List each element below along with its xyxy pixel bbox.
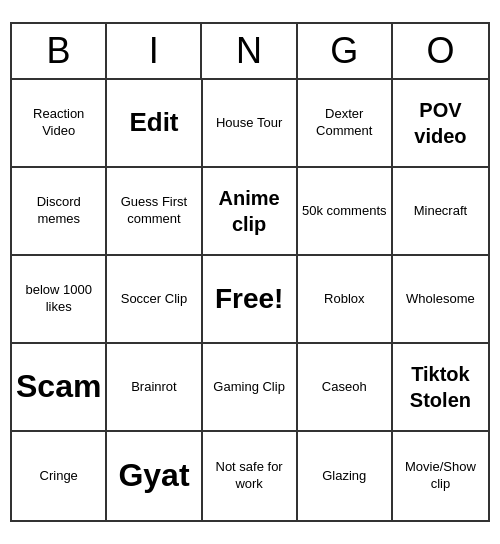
bingo-cell-24: Movie/Show clip (393, 432, 488, 520)
bingo-cell-2: House Tour (203, 80, 298, 168)
bingo-cell-0: Reaction Video (12, 80, 107, 168)
bingo-card: BINGO Reaction VideoEditHouse TourDexter… (10, 22, 490, 522)
bingo-letter-o: O (393, 24, 488, 78)
bingo-cell-13: Roblox (298, 256, 393, 344)
bingo-cell-5: Discord memes (12, 168, 107, 256)
bingo-cell-6: Guess First comment (107, 168, 202, 256)
bingo-cell-11: Soccer Clip (107, 256, 202, 344)
bingo-letter-b: B (12, 24, 107, 78)
bingo-cell-12: Free! (203, 256, 298, 344)
bingo-cell-3: Dexter Comment (298, 80, 393, 168)
bingo-cell-21: Gyat (107, 432, 202, 520)
bingo-cell-10: below 1000 likes (12, 256, 107, 344)
bingo-cell-8: 50k comments (298, 168, 393, 256)
bingo-cell-20: Cringe (12, 432, 107, 520)
bingo-cell-4: POV video (393, 80, 488, 168)
bingo-header: BINGO (12, 24, 488, 80)
bingo-cell-9: Minecraft (393, 168, 488, 256)
bingo-grid: Reaction VideoEditHouse TourDexter Comme… (12, 80, 488, 520)
bingo-cell-19: Tiktok Stolen (393, 344, 488, 432)
bingo-letter-i: I (107, 24, 202, 78)
bingo-letter-n: N (202, 24, 297, 78)
bingo-cell-1: Edit (107, 80, 202, 168)
bingo-cell-7: Anime clip (203, 168, 298, 256)
bingo-cell-17: Gaming Clip (203, 344, 298, 432)
bingo-letter-g: G (298, 24, 393, 78)
bingo-cell-18: Caseoh (298, 344, 393, 432)
bingo-cell-15: Scam (12, 344, 107, 432)
bingo-cell-14: Wholesome (393, 256, 488, 344)
bingo-cell-16: Brainrot (107, 344, 202, 432)
bingo-cell-22: Not safe for work (203, 432, 298, 520)
bingo-cell-23: Glazing (298, 432, 393, 520)
